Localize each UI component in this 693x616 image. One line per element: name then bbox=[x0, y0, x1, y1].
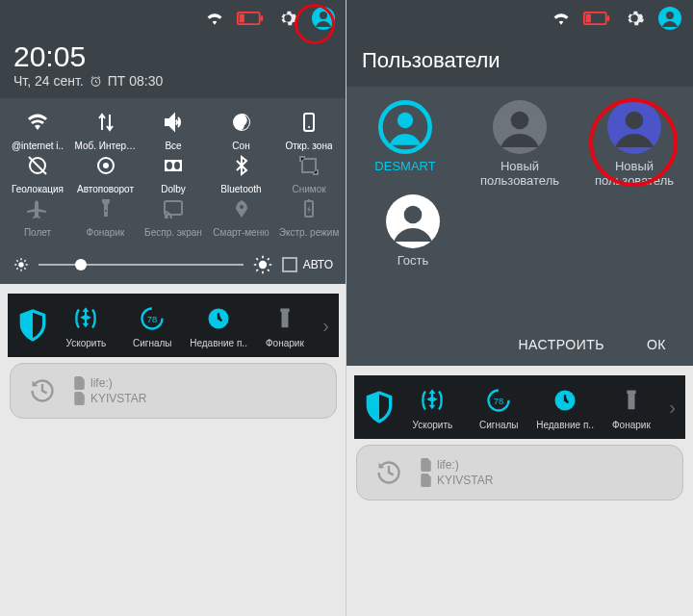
sim-icon bbox=[74, 392, 85, 405]
auto-checkbox[interactable] bbox=[282, 257, 297, 272]
right-pane: Пользователи DESMARTНовыйпользовательНов… bbox=[346, 0, 693, 616]
tile-screenshot[interactable]: Снимок bbox=[277, 151, 341, 194]
quick-tiles: @internet i..Моб. ИнтернетВсеСонОткр. зо… bbox=[0, 98, 346, 245]
sim2-label: KYIVSTAR bbox=[90, 392, 146, 405]
clock-area: 20:05 Чт, 24 сент. ПТ 08:30 bbox=[0, 37, 346, 98]
alarm-icon bbox=[90, 75, 102, 88]
status-bar bbox=[346, 0, 693, 37]
dock-more[interactable]: › bbox=[319, 315, 333, 337]
svg-text:78: 78 bbox=[494, 397, 503, 406]
sim-icon bbox=[421, 458, 431, 472]
dock-boost[interactable]: Ускорить bbox=[54, 302, 118, 348]
tile-battery-saver[interactable]: Экстр. режим bbox=[277, 194, 341, 238]
dock-recent[interactable]: Недавние п.. bbox=[533, 384, 598, 430]
clock-time: 20:05 bbox=[13, 40, 333, 73]
svg-point-4 bbox=[320, 12, 327, 19]
wifi-icon bbox=[552, 12, 570, 25]
tile-hotspot[interactable]: Откр. зона bbox=[277, 108, 341, 151]
svg-point-8 bbox=[308, 126, 310, 128]
sim-card-widget[interactable]: life:) KYIVSTAR bbox=[10, 363, 337, 419]
dock-torch[interactable]: Фонарик bbox=[599, 384, 663, 430]
clock-date: Чт, 24 сент. bbox=[13, 73, 84, 89]
svg-text:78: 78 bbox=[147, 315, 157, 324]
tile-mobile-data[interactable]: Моб. Интернет bbox=[74, 108, 138, 151]
user-new1[interactable]: Новыйпользователь bbox=[469, 100, 571, 189]
dock-recent[interactable]: Недавние п.. bbox=[187, 302, 251, 348]
auto-brightness[interactable]: АВТО bbox=[282, 257, 333, 272]
svg-rect-43 bbox=[628, 392, 634, 410]
brightness-track[interactable] bbox=[38, 264, 244, 266]
tile-airplane[interactable]: Полет bbox=[6, 194, 69, 238]
gear-icon[interactable] bbox=[277, 8, 298, 29]
brightness-thumb[interactable] bbox=[75, 259, 87, 270]
security-logo[interactable] bbox=[13, 309, 52, 342]
svg-rect-7 bbox=[304, 114, 314, 131]
svg-point-35 bbox=[511, 112, 529, 130]
sim-icon bbox=[74, 376, 85, 390]
tile-location[interactable]: Геолокация bbox=[6, 151, 69, 194]
tile-wifi[interactable]: @internet i.. bbox=[6, 108, 69, 151]
tile-flashlight[interactable]: Фонарик bbox=[74, 194, 138, 238]
users-panel: DESMARTНовыйпользовательНовыйпользовател… bbox=[346, 87, 693, 366]
sim-card-widget[interactable]: life:) KYIVSTAR bbox=[356, 445, 683, 500]
svg-point-39 bbox=[404, 206, 423, 224]
svg-point-11 bbox=[103, 163, 109, 168]
svg-point-20 bbox=[18, 262, 23, 267]
left-pane: 20:05 Чт, 24 сент. ПТ 08:30 @internet i.… bbox=[0, 0, 346, 616]
svg-rect-1 bbox=[240, 14, 244, 23]
sun-small-icon bbox=[13, 257, 29, 272]
svg-rect-26 bbox=[280, 309, 289, 313]
svg-point-16 bbox=[105, 210, 107, 212]
tile-volume[interactable]: Все bbox=[141, 108, 205, 151]
svg-point-37 bbox=[626, 112, 644, 130]
sim1-label: life:) bbox=[90, 376, 113, 390]
ok-button[interactable]: ОК bbox=[647, 337, 666, 352]
svg-point-18 bbox=[240, 205, 244, 209]
status-bar bbox=[0, 0, 346, 37]
tile-bluetooth[interactable]: Bluetooth bbox=[210, 151, 273, 194]
svg-point-21 bbox=[258, 261, 266, 269]
setup-button[interactable]: НАСТРОИТЬ bbox=[518, 337, 604, 352]
svg-rect-44 bbox=[627, 391, 635, 395]
svg-point-33 bbox=[398, 113, 413, 128]
tile-rotation[interactable]: Автоповорот bbox=[74, 151, 138, 194]
tile-smart[interactable]: Смарт-меню bbox=[210, 194, 273, 238]
sim2-label: KYIVSTAR bbox=[437, 474, 493, 487]
user-desmart[interactable]: DESMART bbox=[354, 100, 456, 189]
auto-label: АВТО bbox=[303, 258, 333, 271]
tile-dnd[interactable]: Сон bbox=[210, 108, 273, 151]
brightness-slider[interactable]: АВТО bbox=[0, 245, 346, 284]
dock-more[interactable]: › bbox=[665, 397, 680, 419]
security-logo[interactable] bbox=[360, 391, 398, 424]
user-icon[interactable] bbox=[312, 7, 335, 30]
dock-bar: Ускорить78СигналыНедавние п..Фонарик› bbox=[8, 294, 339, 357]
svg-point-14 bbox=[174, 162, 180, 169]
sun-large-icon bbox=[253, 255, 272, 274]
svg-point-13 bbox=[167, 162, 172, 169]
gear-icon[interactable] bbox=[624, 8, 645, 29]
battery-icon bbox=[237, 12, 264, 25]
wifi-icon bbox=[206, 12, 223, 25]
dock-boost[interactable]: Ускорить bbox=[400, 384, 465, 430]
svg-rect-15 bbox=[302, 159, 316, 172]
user-new2[interactable]: Новыйпользователь bbox=[583, 100, 685, 189]
alarm-time: ПТ 08:30 bbox=[108, 73, 164, 89]
dock-bar: Ускорить78СигналыНедавние п..Фонарик› bbox=[354, 375, 685, 439]
history-icon bbox=[29, 377, 56, 404]
user-guest[interactable]: Гость bbox=[362, 194, 464, 269]
svg-rect-2 bbox=[261, 15, 264, 20]
dock-alarms[interactable]: 78Сигналы bbox=[467, 384, 531, 430]
user-icon[interactable] bbox=[658, 7, 681, 30]
dock-alarms[interactable]: 78Сигналы bbox=[120, 302, 185, 348]
svg-rect-29 bbox=[607, 15, 610, 20]
svg-rect-28 bbox=[586, 14, 591, 23]
users-title: Пользователи bbox=[346, 37, 693, 87]
sim-icon bbox=[421, 474, 431, 487]
tile-dolby[interactable]: Dolby bbox=[141, 151, 205, 194]
battery-icon bbox=[583, 12, 610, 25]
svg-rect-25 bbox=[281, 310, 288, 328]
svg-point-31 bbox=[666, 12, 674, 19]
tile-cast[interactable]: Беспр. экран bbox=[141, 194, 205, 238]
history-icon bbox=[375, 459, 402, 486]
dock-torch[interactable]: Фонарик bbox=[252, 302, 317, 348]
